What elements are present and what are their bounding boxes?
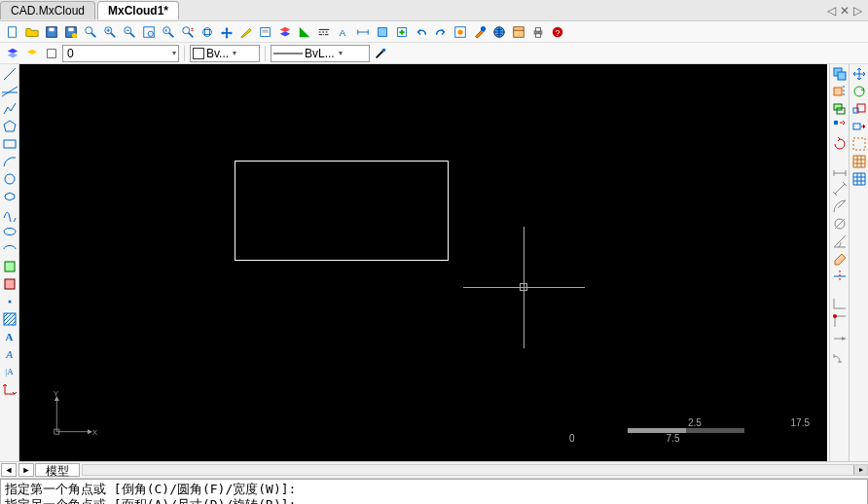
insert-icon[interactable]: [393, 23, 411, 41]
tab-nav-left-icon[interactable]: ◁: [827, 4, 836, 18]
vtext-icon[interactable]: |A: [2, 364, 18, 379]
ellipse-icon[interactable]: [2, 224, 18, 239]
match-prop-icon[interactable]: [471, 23, 488, 41]
spline-icon[interactable]: [2, 206, 18, 222]
svg-rect-70: [834, 104, 842, 110]
save-icon[interactable]: [43, 23, 60, 41]
tab-cad-mxcloud[interactable]: CAD.MxCloud: [0, 1, 95, 19]
scroll-right-icon[interactable]: ▸: [853, 465, 867, 475]
print-icon[interactable]: [529, 23, 547, 41]
arc-icon[interactable]: [2, 154, 18, 169]
stretch-icon[interactable]: [851, 119, 867, 134]
saveas-icon[interactable]: [62, 23, 80, 41]
pan-icon[interactable]: [218, 23, 235, 41]
coord-icon[interactable]: [2, 381, 18, 397]
dim-aligned-icon[interactable]: [832, 181, 848, 197]
polygon-icon[interactable]: [2, 119, 18, 134]
new-icon[interactable]: [4, 23, 21, 41]
dim-linear-icon[interactable]: [832, 163, 848, 179]
block-icon[interactable]: [374, 23, 391, 41]
layout-nav-left-icon[interactable]: ◄: [1, 463, 17, 477]
model-tab[interactable]: 模型: [35, 463, 80, 477]
extend-icon[interactable]: [832, 296, 848, 311]
globe-icon[interactable]: [490, 23, 508, 41]
rotate-icon[interactable]: [832, 136, 848, 152]
dim-angular-icon[interactable]: [832, 234, 848, 249]
layer-previous-icon[interactable]: [23, 45, 41, 62]
rectangle-icon[interactable]: [2, 136, 18, 152]
help-icon[interactable]: ?: [549, 23, 566, 41]
horizontal-scrollbar[interactable]: ▸: [82, 464, 868, 476]
text-icon[interactable]: A: [2, 329, 18, 344]
redo-icon[interactable]: [432, 23, 450, 41]
layer-state-icon[interactable]: [43, 45, 60, 62]
hatch-icon[interactable]: [2, 311, 18, 327]
zoom-out-icon[interactable]: [121, 23, 138, 41]
zoom-extents-icon[interactable]: [140, 23, 158, 41]
tab-nav-right-icon[interactable]: ▷: [853, 4, 862, 18]
snap-grid-icon[interactable]: [851, 171, 867, 187]
break-icon[interactable]: [832, 313, 848, 329]
lineweight-dropdown[interactable]: BvL... ▾: [271, 45, 370, 62]
rotate2-icon[interactable]: [851, 84, 867, 99]
move-icon[interactable]: [851, 66, 867, 82]
svg-rect-68: [834, 88, 842, 95]
xline-icon[interactable]: [2, 84, 18, 99]
lineweight-settings-icon[interactable]: [372, 45, 389, 62]
tab-close-icon[interactable]: ✕: [840, 4, 850, 18]
point-icon[interactable]: [2, 294, 18, 309]
circle-icon[interactable]: [2, 171, 18, 187]
svg-point-59: [8, 301, 11, 304]
select-icon[interactable]: [851, 136, 867, 152]
chamfer-icon[interactable]: [832, 331, 848, 346]
command-window[interactable]: 指定第一个角点或 [倒角(C)/圆角(F)/宽度(W)]: 指定另一个角点或 […: [0, 479, 868, 504]
undo-icon[interactable]: [413, 23, 430, 41]
trim-icon[interactable]: [832, 269, 848, 284]
erase-icon[interactable]: [832, 251, 848, 267]
options-icon[interactable]: [510, 23, 527, 41]
fillet-icon[interactable]: [832, 348, 848, 364]
layer-dropdown[interactable]: 0 ▾: [62, 45, 179, 62]
regen-icon[interactable]: [257, 23, 274, 41]
ellipse-arc-icon[interactable]: [2, 241, 18, 257]
svg-rect-54: [4, 140, 16, 148]
tab-mxcloud1[interactable]: MxCloud1*: [97, 1, 179, 19]
open-icon[interactable]: [23, 23, 41, 41]
svg-point-56: [4, 229, 16, 235]
mirror-icon[interactable]: [832, 84, 848, 99]
zoom-previous-icon[interactable]: [160, 23, 177, 41]
insert-block-icon[interactable]: [2, 259, 18, 274]
polyline-icon[interactable]: [2, 101, 18, 117]
redraw-icon[interactable]: [237, 23, 255, 41]
color-fill-icon[interactable]: [296, 23, 313, 41]
revcloud-icon[interactable]: [2, 189, 18, 204]
copy-icon[interactable]: [832, 66, 848, 82]
zoom-all-icon[interactable]: [199, 23, 216, 41]
scale-icon[interactable]: [851, 101, 867, 117]
make-block-icon[interactable]: [2, 276, 18, 292]
color-dropdown[interactable]: Bv... ▾: [190, 45, 260, 62]
svg-marker-53: [4, 121, 16, 131]
drawing-canvas[interactable]: Y X 2.5 17.5 0 7.5: [19, 64, 827, 461]
drawn-rectangle: [235, 161, 449, 261]
array-icon[interactable]: [832, 119, 848, 134]
svg-rect-93: [853, 124, 860, 129]
properties-icon[interactable]: [452, 23, 469, 41]
linetype-icon[interactable]: [315, 23, 333, 41]
svg-text:A: A: [340, 26, 346, 37]
layers-icon[interactable]: [276, 23, 294, 41]
offset-icon[interactable]: [832, 101, 848, 117]
mtext-icon[interactable]: A: [2, 346, 18, 362]
dim-style-icon[interactable]: [354, 23, 372, 41]
zoom-realtime-icon[interactable]: ±: [179, 23, 197, 41]
properties-toolbar: 0 ▾ Bv... ▾ BvL... ▾: [0, 43, 868, 64]
layout-nav-right-icon[interactable]: ►: [18, 463, 34, 477]
zoom-window-icon[interactable]: [82, 23, 99, 41]
text-style-icon[interactable]: A: [335, 23, 352, 41]
layer-manager-icon[interactable]: [4, 45, 21, 62]
dim-radius-icon[interactable]: [832, 198, 848, 214]
grid-icon[interactable]: [851, 154, 867, 169]
line-icon[interactable]: [2, 66, 18, 82]
zoom-in-icon[interactable]: [101, 23, 119, 41]
dim-diameter-icon[interactable]: [832, 216, 848, 232]
